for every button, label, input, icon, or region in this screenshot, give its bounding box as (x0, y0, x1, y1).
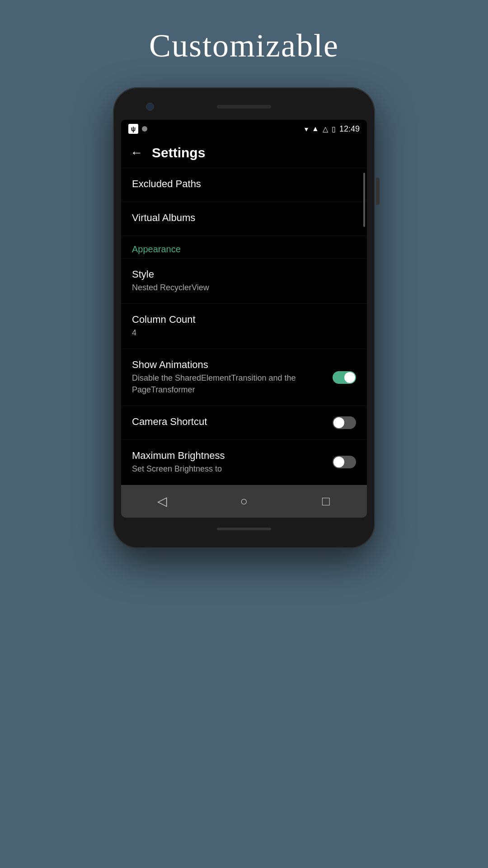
excluded-paths-title: Excluded Paths (132, 178, 356, 190)
settings-item-maximum-brightness[interactable]: Maximum Brightness Set Screen Brightness… (121, 440, 367, 485)
phone-bottom (121, 518, 367, 540)
column-count-value: 4 (132, 327, 356, 339)
front-camera (146, 103, 154, 111)
maximum-brightness-toggle[interactable] (333, 456, 356, 468)
back-nav-button[interactable]: ◁ (149, 492, 176, 510)
back-button[interactable]: ← (130, 146, 143, 160)
show-animations-title: Show Animations (132, 359, 333, 371)
status-time: 12:49 (339, 124, 360, 134)
style-subtitle: Nested RecyclerView (132, 282, 356, 293)
settings-item-camera-shortcut[interactable]: Camera Shortcut (121, 406, 367, 440)
dot-indicator (142, 126, 147, 132)
page-title: Customizable (149, 27, 339, 65)
virtual-albums-title: Virtual Albums (132, 212, 356, 224)
show-animations-toggle-knob (344, 372, 355, 383)
phone-screen: ψ ▾ ▲ △ ▯ 12:49 ← Settings (121, 120, 367, 518)
phone-home-bar (217, 528, 271, 530)
phone-shell: ψ ▾ ▲ △ ▯ 12:49 ← Settings (113, 87, 375, 548)
phone-top-bar (121, 95, 367, 118)
settings-item-virtual-albums[interactable]: Virtual Albums (121, 202, 367, 236)
battery-icon: ▯ (332, 125, 336, 133)
home-nav-button[interactable]: ○ (230, 492, 258, 510)
appearance-section-header: Appearance (121, 236, 367, 259)
camera-shortcut-toggle[interactable] (333, 416, 356, 429)
wifi-icon: ▾ (305, 125, 308, 133)
status-left-icons: ψ (128, 124, 147, 134)
status-right-icons: ▾ ▲ △ ▯ 12:49 (305, 124, 360, 134)
maximum-brightness-subtitle: Set Screen Brightness to (132, 463, 333, 475)
scroll-indicator (363, 173, 365, 227)
speaker (217, 105, 271, 108)
camera-shortcut-toggle-knob (333, 417, 344, 428)
style-title: Style (132, 269, 356, 280)
app-bar-title: Settings (152, 145, 205, 160)
show-animations-toggle[interactable] (333, 371, 356, 384)
bottom-nav: ◁ ○ □ (121, 485, 367, 518)
maximum-brightness-title: Maximum Brightness (132, 450, 333, 462)
signal-icon: ▲ (312, 125, 319, 133)
settings-item-style[interactable]: Style Nested RecyclerView (121, 259, 367, 304)
settings-item-column-count[interactable]: Column Count 4 (121, 304, 367, 349)
settings-item-show-animations[interactable]: Show Animations Disable the SharedElemen… (121, 349, 367, 406)
settings-list: Excluded Paths Virtual Albums Appearance (121, 168, 367, 485)
usb-icon: ψ (128, 124, 138, 134)
status-bar: ψ ▾ ▲ △ ▯ 12:49 (121, 120, 367, 138)
settings-scroll-container: Excluded Paths Virtual Albums Appearance (121, 168, 367, 485)
settings-item-excluded-paths[interactable]: Excluded Paths (121, 168, 367, 202)
volume-button (376, 178, 380, 205)
show-animations-subtitle: Disable the SharedElementTransition and … (132, 373, 333, 395)
signal-icon2: △ (323, 125, 328, 133)
column-count-title: Column Count (132, 314, 356, 326)
recents-nav-button[interactable]: □ (312, 492, 339, 510)
appearance-label: Appearance (132, 244, 181, 254)
app-bar: ← Settings (121, 138, 367, 168)
maximum-brightness-toggle-knob (333, 457, 344, 467)
camera-shortcut-title: Camera Shortcut (132, 416, 333, 428)
